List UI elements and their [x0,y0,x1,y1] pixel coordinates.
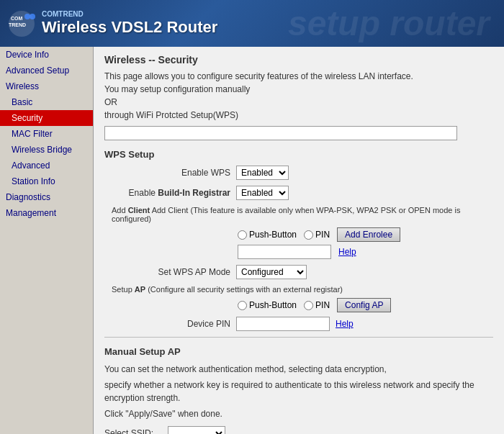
enable-wps-row: Enable WPS Enabled Disabled [104,166,493,180]
desc-line3: OR [104,97,493,107]
push-button-label: Push-Button [249,230,297,240]
setup-ap-note: Setup AP (Configure all security setting… [112,285,493,294]
manual-setup-section: Manual Setup AP You can set the network … [104,346,493,434]
sidebar-item-basic[interactable]: Basic [0,94,93,110]
enrolee-pin-input[interactable] [238,245,331,259]
setup-ap-radio-group: Push-Button PIN Config AP [238,298,493,312]
sidebar-item-advanced[interactable]: Advanced [0,158,93,173]
wps-bar-input[interactable] [104,126,457,140]
pin-input-row: Help [104,245,493,259]
pin-label: PIN [315,230,330,240]
enable-wps-select[interactable]: Enabled Disabled [236,166,289,180]
header-bg-text: setup router [288,4,490,43]
add-client-note: Add Client Add Client (This feature is a… [112,206,493,223]
add-client-radio-group: Push-Button PIN Add Enrolee [238,227,493,242]
content-area: Wireless -- Security This page allows yo… [94,47,504,434]
sidebar: Device Info Advanced Setup Wireless Basi… [0,47,94,434]
select-ssid-row: Select SSID: [104,426,493,434]
config-ap-button[interactable]: Config AP [337,298,391,312]
pin-radio[interactable] [304,230,313,240]
sidebar-item-advanced-setup[interactable]: Advanced Setup [0,63,93,78]
setup-ap-pin-radio[interactable] [304,301,313,310]
enable-registrar-select[interactable]: Enabled Disabled [236,186,289,200]
header: COM TREND COMTREND Wireless VDSL2 Router… [0,0,504,47]
sidebar-item-device-info[interactable]: Device Info [0,47,93,63]
manual-desc1: You can set the network authentication m… [104,363,493,376]
device-pin-row: Device PIN Help [104,317,493,331]
desc-line1: This page allows you to configure securi… [104,71,493,81]
manual-section-title: Manual Setup AP [104,346,493,357]
sidebar-item-diagnostics[interactable]: Diagnostics [0,189,93,205]
select-ssid-label: Select SSID: [104,428,162,434]
setup-ap-push-radio[interactable] [238,301,247,310]
desc-line4: through WiFi Protcted Setup(WPS) [104,110,493,120]
manual-desc2: specify whether a network key is require… [104,379,493,404]
sidebar-item-security[interactable]: Security [0,110,93,126]
sidebar-item-station-info[interactable]: Station Info [0,173,93,189]
main-layout: Device Info Advanced Setup Wireless Basi… [0,47,504,434]
device-pin-input[interactable] [236,317,330,331]
wps-ap-mode-select[interactable]: Configured Unconfigured [236,265,307,279]
brand-name: COMTREND [42,10,217,18]
add-enrolee-help-link[interactable]: Help [338,247,356,257]
enable-registrar-label: Enable Build-In Registrar [104,188,230,198]
svg-point-3 [24,14,30,19]
setup-ap-push-radio-label[interactable]: Push-Button [238,300,297,310]
page-title: Wireless -- Security [104,54,493,65]
manual-desc3: Click "Apply/Save" when done. [104,407,493,420]
setup-ap-pin-radio-label[interactable]: PIN [304,300,330,310]
svg-text:TREND: TREND [9,22,26,27]
sidebar-item-wireless-bridge[interactable]: Wireless Bridge [0,142,93,158]
svg-text:COM: COM [11,16,23,21]
wps-ap-mode-row: Set WPS AP Mode Configured Unconfigured [104,265,493,279]
device-pin-label: Device PIN [104,319,230,329]
sidebar-item-management[interactable]: Management [0,205,93,221]
comtrend-logo-icon: COM TREND [7,9,36,38]
enable-registrar-row: Enable Build-In Registrar Enabled Disabl… [104,186,493,200]
section-divider [104,337,493,338]
wps-ap-mode-label: Set WPS AP Mode [104,267,230,277]
ssid-select[interactable] [168,426,225,434]
sidebar-item-wireless[interactable]: Wireless [0,78,93,94]
push-button-radio-label[interactable]: Push-Button [238,230,297,240]
sidebar-item-mac-filter[interactable]: MAC Filter [0,126,93,142]
desc-line2: You may setup configuration manually [104,84,493,94]
setup-ap-pin-label: PIN [315,300,330,310]
wps-section-title: WPS Setup [104,149,493,160]
svg-point-4 [30,14,35,19]
pin-radio-label[interactable]: PIN [304,230,330,240]
push-button-radio[interactable] [238,230,247,240]
logo: COM TREND COMTREND Wireless VDSL2 Router [7,9,217,38]
setup-ap-push-label: Push-Button [249,300,297,310]
device-pin-help-link[interactable]: Help [336,319,354,329]
enable-wps-label: Enable WPS [104,168,230,178]
header-title: Wireless VDSL2 Router [42,18,217,37]
add-enrolee-button[interactable]: Add Enrolee [337,227,400,242]
